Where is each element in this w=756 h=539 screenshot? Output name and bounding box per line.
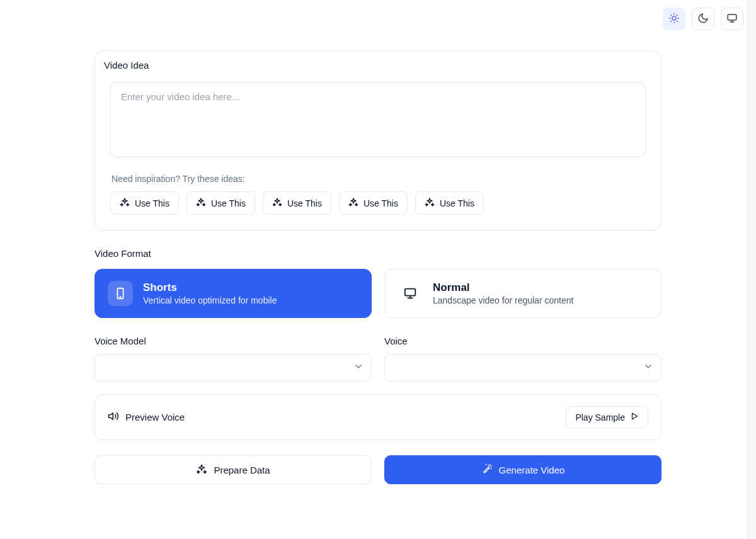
play-sample-button[interactable]: Play Sample: [566, 406, 648, 428]
moon-icon: [697, 13, 709, 26]
sparkles-icon: [120, 197, 130, 209]
monitor-icon: [398, 281, 423, 306]
format-desc: Landscape video for regular content: [433, 295, 573, 306]
chevron-down-icon: [643, 361, 653, 374]
sparkles-icon: [348, 197, 358, 209]
sparkles-icon: [272, 197, 282, 209]
video-format-title: Video Format: [94, 248, 662, 259]
svg-rect-3: [405, 289, 416, 296]
chevron-down-icon: [353, 361, 364, 374]
play-icon: [630, 412, 639, 423]
suggestion-button[interactable]: Use This: [339, 191, 408, 215]
format-option-normal[interactable]: Normal Landscape video for regular conte…: [384, 269, 662, 318]
format-title: Shorts: [143, 281, 277, 295]
voice-select[interactable]: [384, 354, 662, 382]
suggestion-button[interactable]: Use This: [110, 191, 179, 215]
video-idea-title: Video Idea: [104, 60, 646, 71]
suggestion-label: Use This: [135, 198, 169, 208]
format-title: Normal: [433, 281, 573, 295]
volume-icon: [108, 411, 119, 424]
sun-icon: [668, 13, 680, 26]
smartphone-icon: [108, 281, 133, 306]
preview-voice-bar: Preview Voice Play Sample: [94, 394, 662, 440]
sparkles-icon: [196, 197, 206, 209]
video-idea-input[interactable]: [110, 82, 646, 157]
suggestion-label: Use This: [364, 198, 398, 208]
suggestion-button[interactable]: Use This: [186, 191, 255, 215]
prepare-data-button[interactable]: Prepare Data: [94, 455, 372, 484]
voice-model-select[interactable]: [94, 354, 372, 382]
play-sample-label: Play Sample: [575, 412, 625, 423]
monitor-icon: [726, 13, 738, 26]
preview-voice-label: Preview Voice: [125, 412, 185, 423]
svg-point-0: [672, 16, 676, 20]
sparkles-icon: [196, 463, 207, 477]
inspiration-label: Need inspiration? Try these ideas:: [112, 174, 646, 184]
prepare-data-label: Prepare Data: [214, 465, 270, 475]
sparkles-icon: [425, 197, 435, 209]
voice-model-label: Voice Model: [94, 336, 372, 346]
voice-label: Voice: [384, 336, 662, 346]
suggestion-button[interactable]: Use This: [263, 191, 331, 215]
format-option-shorts[interactable]: Shorts Vertical video optimized for mobi…: [94, 269, 372, 318]
scrollbar[interactable]: [747, 0, 756, 539]
suggestion-label: Use This: [211, 198, 246, 208]
video-idea-card: Video Idea Need inspiration? Try these i…: [94, 50, 662, 230]
suggestion-label: Use This: [287, 198, 322, 208]
generate-video-label: Generate Video: [499, 465, 565, 475]
suggestion-button[interactable]: Use This: [415, 191, 484, 215]
theme-system-button[interactable]: [721, 8, 743, 30]
format-desc: Vertical video optimized for mobile: [143, 295, 277, 306]
theme-light-button[interactable]: [663, 8, 685, 30]
suggestion-label: Use This: [440, 198, 474, 208]
theme-dark-button[interactable]: [692, 8, 714, 30]
generate-video-button[interactable]: Generate Video: [384, 455, 662, 484]
svg-rect-1: [728, 14, 736, 20]
wand-icon: [481, 463, 493, 477]
